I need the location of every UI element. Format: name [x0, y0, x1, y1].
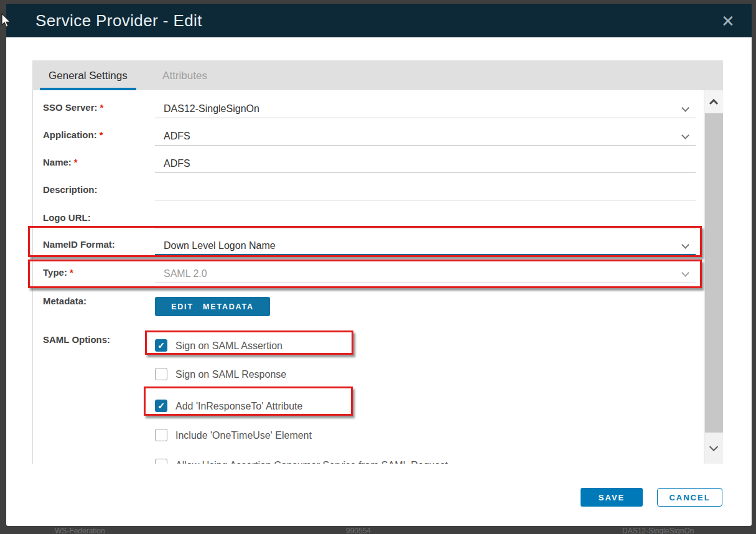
checkbox-label[interactable]: Sign on SAML Response [175, 368, 286, 381]
dialog-header: Service Provider - Edit ✕ [6, 4, 752, 37]
background-text: WS-Federation [55, 527, 105, 534]
scrollbar-thumb[interactable] [705, 113, 723, 433]
type-value: SAML 2.0 [164, 268, 207, 279]
application-select[interactable]: ADFS [155, 128, 696, 146]
cancel-button[interactable]: CANCEL [657, 488, 722, 507]
checkbox-label[interactable]: Sign on SAML Assertion [175, 339, 282, 352]
edit-metadata-button[interactable]: EDIT METADATA [155, 297, 270, 316]
saml-options-label: SAML Options: [43, 334, 150, 345]
nameid-format-select[interactable]: Down Level Logon Name [155, 237, 696, 255]
nameid-format-value: Down Level Logon Name [164, 240, 276, 251]
scroll-down-button[interactable] [704, 433, 723, 464]
chevron-down-icon [709, 443, 718, 451]
type-select-disabled: SAML 2.0 [155, 265, 696, 283]
background-text: DAS12-SingleSignOn [622, 527, 694, 534]
mouse-cursor-icon [1, 13, 11, 28]
required-marker: * [70, 267, 73, 278]
chevron-down-icon[interactable] [681, 104, 689, 112]
checkbox-unchecked-icon[interactable] [155, 368, 167, 380]
background-text: 990554 [346, 527, 371, 534]
type-label: Type:* [43, 267, 150, 278]
chevron-down-icon[interactable] [681, 131, 689, 139]
metadata-label: Metadata: [43, 296, 150, 306]
tab-general-settings[interactable]: General Settings [40, 60, 136, 90]
name-value: ADFS [164, 158, 190, 169]
description-input[interactable] [155, 182, 696, 200]
save-button[interactable]: SAVE [581, 488, 643, 507]
chevron-up-icon [709, 99, 718, 108]
dialog-title: Service Provider - Edit [35, 11, 202, 30]
required-marker: * [100, 129, 103, 140]
tab-attributes[interactable]: Attributes [154, 60, 216, 90]
chevron-down-icon [681, 269, 689, 277]
application-label: Application:* [43, 129, 150, 140]
scroll-up-button[interactable] [704, 90, 723, 113]
checkbox-label[interactable]: Add 'InResponseTo' Attribute [175, 400, 302, 413]
tab-bar: General Settings Attributes [32, 60, 723, 90]
screen: WS-Federation 990554 DAS12-SingleSignOn … [0, 0, 756, 534]
checkbox-checked-icon[interactable]: ✓ [155, 339, 167, 352]
checkbox-label[interactable]: Allow Using Assertion Consumer Service f… [175, 459, 448, 464]
name-input[interactable]: ADFS [155, 155, 696, 173]
sso-server-select[interactable]: DAS12-SingleSignOn [155, 100, 696, 118]
application-value: ADFS [164, 131, 190, 141]
service-provider-edit-dialog: Service Provider - Edit ✕ General Settin… [6, 4, 752, 526]
description-label: Description: [43, 184, 150, 195]
logo-url-label: Logo URL: [43, 212, 150, 223]
logo-url-input[interactable] [155, 210, 696, 228]
nameid-format-label: NameID Format: [43, 239, 150, 250]
checkbox-unchecked-icon[interactable] [155, 429, 167, 441]
chevron-down-icon[interactable] [681, 241, 689, 249]
vertical-scrollbar[interactable] [704, 90, 723, 464]
checkbox-checked-icon[interactable]: ✓ [155, 400, 167, 412]
close-icon[interactable]: ✕ [718, 11, 738, 31]
required-marker: * [74, 157, 78, 167]
sso-server-value: DAS12-SingleSignOn [164, 103, 259, 114]
name-label: Name:* [43, 157, 150, 167]
general-settings-panel: SSO Server:* DAS12-SingleSignOn Applicat… [32, 90, 723, 464]
required-marker: * [100, 102, 104, 113]
sso-server-label: SSO Server:* [43, 102, 150, 113]
checkbox-unchecked-icon[interactable] [155, 459, 167, 464]
checkbox-label[interactable]: Include 'OneTimeUse' Element [175, 429, 312, 442]
